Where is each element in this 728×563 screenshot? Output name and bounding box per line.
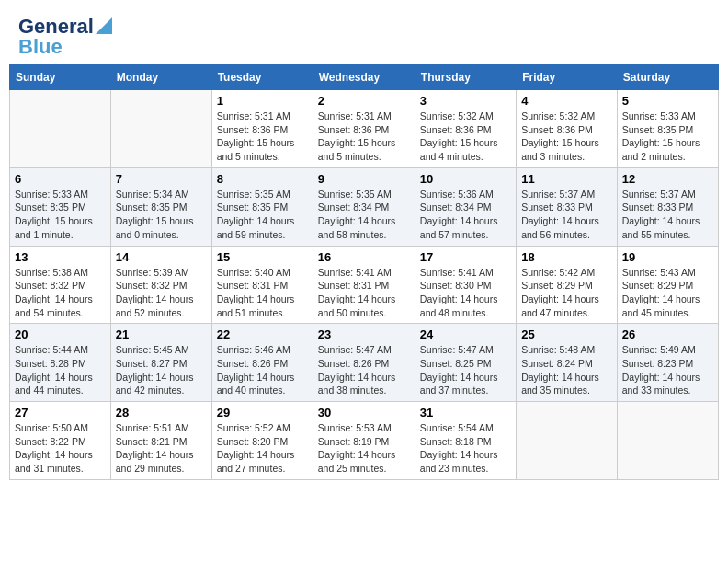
day-info: Sunrise: 5:47 AM Sunset: 8:26 PM Dayligh… bbox=[318, 343, 410, 397]
calendar-table: SundayMondayTuesdayWednesdayThursdayFrid… bbox=[9, 64, 719, 480]
calendar-week-row: 6Sunrise: 5:33 AM Sunset: 8:35 PM Daylig… bbox=[10, 167, 719, 246]
calendar-cell bbox=[110, 90, 211, 168]
logo-blue: Blue bbox=[18, 37, 63, 57]
calendar-cell: 10Sunrise: 5:36 AM Sunset: 8:34 PM Dayli… bbox=[415, 167, 516, 246]
calendar-cell: 14Sunrise: 5:39 AM Sunset: 8:32 PM Dayli… bbox=[110, 246, 211, 324]
day-info: Sunrise: 5:50 AM Sunset: 8:22 PM Dayligh… bbox=[15, 421, 106, 476]
calendar-cell: 5Sunrise: 5:33 AM Sunset: 8:35 PM Daylig… bbox=[617, 90, 718, 168]
calendar-cell: 27Sunrise: 5:50 AM Sunset: 8:22 PM Dayli… bbox=[10, 402, 111, 480]
day-number: 16 bbox=[318, 250, 410, 264]
day-number: 15 bbox=[217, 250, 308, 264]
day-info: Sunrise: 5:40 AM Sunset: 8:31 PM Dayligh… bbox=[217, 266, 308, 320]
day-info: Sunrise: 5:43 AM Sunset: 8:29 PM Dayligh… bbox=[622, 266, 713, 320]
calendar-cell bbox=[10, 90, 111, 168]
weekday-header-row: SundayMondayTuesdayWednesdayThursdayFrid… bbox=[10, 65, 719, 90]
calendar-week-row: 20Sunrise: 5:44 AM Sunset: 8:28 PM Dayli… bbox=[10, 324, 719, 402]
day-info: Sunrise: 5:41 AM Sunset: 8:30 PM Dayligh… bbox=[420, 266, 511, 320]
calendar-cell bbox=[517, 402, 618, 480]
weekday-header-sunday: Sunday bbox=[10, 65, 111, 90]
day-info: Sunrise: 5:39 AM Sunset: 8:32 PM Dayligh… bbox=[116, 266, 207, 320]
calendar-cell: 21Sunrise: 5:45 AM Sunset: 8:27 PM Dayli… bbox=[110, 324, 211, 402]
day-number: 25 bbox=[521, 327, 612, 341]
day-info: Sunrise: 5:37 AM Sunset: 8:33 PM Dayligh… bbox=[521, 188, 612, 242]
logo: General Blue bbox=[18, 17, 112, 57]
day-info: Sunrise: 5:36 AM Sunset: 8:34 PM Dayligh… bbox=[420, 188, 511, 242]
day-info: Sunrise: 5:32 AM Sunset: 8:36 PM Dayligh… bbox=[521, 109, 612, 164]
day-info: Sunrise: 5:45 AM Sunset: 8:27 PM Dayligh… bbox=[116, 343, 207, 397]
day-info: Sunrise: 5:47 AM Sunset: 8:25 PM Dayligh… bbox=[420, 343, 511, 397]
day-info: Sunrise: 5:35 AM Sunset: 8:35 PM Dayligh… bbox=[217, 188, 308, 242]
day-number: 29 bbox=[217, 406, 308, 419]
day-number: 20 bbox=[15, 327, 106, 341]
page-header: General Blue bbox=[9, 9, 719, 61]
calendar-cell: 20Sunrise: 5:44 AM Sunset: 8:28 PM Dayli… bbox=[10, 324, 111, 402]
calendar-cell: 11Sunrise: 5:37 AM Sunset: 8:33 PM Dayli… bbox=[517, 167, 618, 246]
logo-text: General bbox=[18, 17, 94, 37]
calendar-cell: 25Sunrise: 5:48 AM Sunset: 8:24 PM Dayli… bbox=[517, 324, 618, 402]
day-number: 5 bbox=[622, 94, 713, 108]
day-info: Sunrise: 5:38 AM Sunset: 8:32 PM Dayligh… bbox=[15, 266, 106, 320]
weekday-header-thursday: Thursday bbox=[415, 65, 516, 90]
day-number: 27 bbox=[15, 406, 106, 419]
day-number: 28 bbox=[116, 406, 207, 419]
calendar-cell: 7Sunrise: 5:34 AM Sunset: 8:35 PM Daylig… bbox=[110, 167, 211, 246]
calendar-cell: 23Sunrise: 5:47 AM Sunset: 8:26 PM Dayli… bbox=[313, 324, 415, 402]
day-number: 12 bbox=[622, 172, 713, 186]
weekday-header-monday: Monday bbox=[110, 65, 211, 90]
day-number: 9 bbox=[318, 172, 410, 186]
day-info: Sunrise: 5:32 AM Sunset: 8:36 PM Dayligh… bbox=[420, 109, 511, 164]
calendar-cell: 30Sunrise: 5:53 AM Sunset: 8:19 PM Dayli… bbox=[313, 402, 415, 480]
calendar-cell: 28Sunrise: 5:51 AM Sunset: 8:21 PM Dayli… bbox=[110, 402, 211, 480]
day-info: Sunrise: 5:49 AM Sunset: 8:23 PM Dayligh… bbox=[622, 343, 713, 397]
day-info: Sunrise: 5:31 AM Sunset: 8:36 PM Dayligh… bbox=[318, 109, 410, 164]
calendar-cell: 31Sunrise: 5:54 AM Sunset: 8:18 PM Dayli… bbox=[415, 402, 516, 480]
day-number: 19 bbox=[622, 250, 713, 264]
calendar-week-row: 27Sunrise: 5:50 AM Sunset: 8:22 PM Dayli… bbox=[10, 402, 719, 480]
calendar-cell: 2Sunrise: 5:31 AM Sunset: 8:36 PM Daylig… bbox=[313, 90, 415, 168]
day-number: 6 bbox=[15, 172, 106, 186]
calendar-cell: 13Sunrise: 5:38 AM Sunset: 8:32 PM Dayli… bbox=[10, 246, 111, 324]
day-number: 26 bbox=[622, 327, 713, 341]
day-info: Sunrise: 5:54 AM Sunset: 8:18 PM Dayligh… bbox=[420, 421, 511, 476]
svg-marker-0 bbox=[96, 17, 112, 34]
day-info: Sunrise: 5:53 AM Sunset: 8:19 PM Dayligh… bbox=[318, 421, 410, 476]
day-info: Sunrise: 5:51 AM Sunset: 8:21 PM Dayligh… bbox=[116, 421, 207, 476]
day-info: Sunrise: 5:42 AM Sunset: 8:29 PM Dayligh… bbox=[521, 266, 612, 320]
day-info: Sunrise: 5:52 AM Sunset: 8:20 PM Dayligh… bbox=[217, 421, 308, 476]
day-info: Sunrise: 5:34 AM Sunset: 8:35 PM Dayligh… bbox=[116, 188, 207, 242]
day-number: 30 bbox=[318, 406, 410, 419]
calendar-cell: 22Sunrise: 5:46 AM Sunset: 8:26 PM Dayli… bbox=[211, 324, 313, 402]
weekday-header-friday: Friday bbox=[517, 65, 618, 90]
weekday-header-wednesday: Wednesday bbox=[313, 65, 415, 90]
calendar-cell: 8Sunrise: 5:35 AM Sunset: 8:35 PM Daylig… bbox=[211, 167, 313, 246]
calendar-cell: 1Sunrise: 5:31 AM Sunset: 8:36 PM Daylig… bbox=[211, 90, 313, 168]
day-number: 8 bbox=[217, 172, 308, 186]
weekday-header-tuesday: Tuesday bbox=[211, 65, 313, 90]
day-number: 4 bbox=[521, 94, 612, 108]
day-number: 3 bbox=[420, 94, 511, 108]
day-number: 14 bbox=[116, 250, 207, 264]
day-info: Sunrise: 5:41 AM Sunset: 8:31 PM Dayligh… bbox=[318, 266, 410, 320]
calendar-week-row: 1Sunrise: 5:31 AM Sunset: 8:36 PM Daylig… bbox=[10, 90, 719, 168]
calendar-cell: 3Sunrise: 5:32 AM Sunset: 8:36 PM Daylig… bbox=[415, 90, 516, 168]
calendar-week-row: 13Sunrise: 5:38 AM Sunset: 8:32 PM Dayli… bbox=[10, 246, 719, 324]
day-number: 18 bbox=[521, 250, 612, 264]
day-number: 11 bbox=[521, 172, 612, 186]
day-number: 24 bbox=[420, 327, 511, 341]
day-info: Sunrise: 5:48 AM Sunset: 8:24 PM Dayligh… bbox=[521, 343, 612, 397]
day-number: 23 bbox=[318, 327, 410, 341]
day-number: 31 bbox=[420, 406, 511, 419]
day-number: 2 bbox=[318, 94, 410, 108]
day-number: 17 bbox=[420, 250, 511, 264]
calendar-cell: 24Sunrise: 5:47 AM Sunset: 8:25 PM Dayli… bbox=[415, 324, 516, 402]
calendar-cell: 19Sunrise: 5:43 AM Sunset: 8:29 PM Dayli… bbox=[617, 246, 718, 324]
day-info: Sunrise: 5:44 AM Sunset: 8:28 PM Dayligh… bbox=[15, 343, 106, 397]
weekday-header-saturday: Saturday bbox=[617, 65, 718, 90]
calendar-cell: 4Sunrise: 5:32 AM Sunset: 8:36 PM Daylig… bbox=[517, 90, 618, 168]
calendar-cell bbox=[617, 402, 718, 480]
day-info: Sunrise: 5:37 AM Sunset: 8:33 PM Dayligh… bbox=[622, 188, 713, 242]
day-number: 22 bbox=[217, 327, 308, 341]
day-number: 13 bbox=[15, 250, 106, 264]
calendar-cell: 12Sunrise: 5:37 AM Sunset: 8:33 PM Dayli… bbox=[617, 167, 718, 246]
calendar-cell: 15Sunrise: 5:40 AM Sunset: 8:31 PM Dayli… bbox=[211, 246, 313, 324]
